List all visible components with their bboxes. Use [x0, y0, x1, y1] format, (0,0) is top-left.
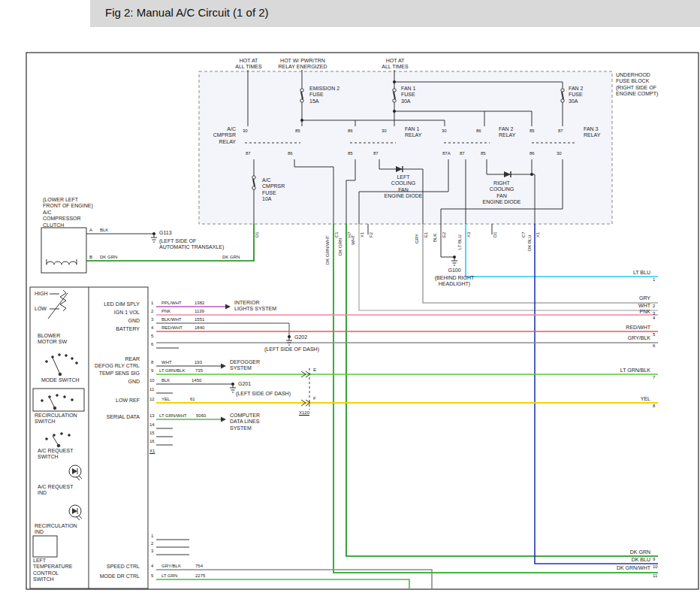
diagram-text: (LEFT SIDE OF AUTOMATIC TRANSAXLE)	[159, 238, 224, 251]
diagram-text: 15	[149, 431, 155, 436]
diagram-text: IGN 1 VOL	[114, 310, 140, 316]
diagram-text: BATTERY	[116, 326, 140, 332]
diagram-text: 9	[653, 557, 655, 562]
diagram-text: 86	[476, 129, 481, 134]
fuse-icon	[561, 99, 564, 102]
diagram-text: MODE SWITCH	[41, 377, 80, 383]
diagram-text: 3	[151, 317, 153, 322]
diagram-text: 9	[151, 368, 153, 374]
diagram-text: DK GRN/WHT	[325, 235, 330, 265]
diagram-text: X1	[360, 232, 365, 237]
diagram-text: DEFOG RLY CTRL	[95, 363, 140, 369]
diagram-text: E2	[442, 232, 447, 237]
diagram-text: EMISSION 2 FUSE 15A	[309, 86, 339, 104]
diagram-text: (BEHIND RIGHT HEADLIGHT)	[435, 275, 475, 288]
diagram-text: 1551	[195, 317, 204, 322]
compressor-clutch-box	[41, 228, 86, 273]
diagram-text: GRY	[639, 295, 650, 301]
diagram-text: 13	[149, 413, 155, 419]
diagram-text: BLK	[100, 228, 108, 233]
diagram-text: FAN 1 RELAY	[405, 126, 421, 139]
diagram-text: 12	[149, 397, 155, 402]
diagram-text: YEL	[161, 397, 170, 402]
diagram-text: HOT AT ALL TIMES	[235, 58, 261, 71]
junction-dot	[300, 119, 303, 122]
diagram-text: 1	[151, 534, 153, 539]
fuse-icon	[300, 99, 303, 102]
diagram-text: HOT AT ALL TIMES	[382, 58, 408, 71]
diagram-text: YEL	[641, 396, 650, 402]
diagram-text: 1	[653, 277, 655, 283]
diagram-text: 2	[151, 541, 153, 546]
diagram-text: 30	[243, 129, 248, 134]
diagram-text: 11	[653, 573, 657, 579]
wire	[156, 579, 409, 588]
led-indicator-icon	[77, 517, 80, 520]
led-indicator-icon	[79, 516, 82, 519]
diagram-text: GND	[128, 379, 140, 385]
diagram-text: DK BLU	[632, 557, 650, 563]
diagram-text: 3	[151, 549, 153, 554]
diagram-text: LT GRN/WHT	[159, 413, 187, 419]
diagram-text: G113	[159, 230, 172, 236]
diagram-text: E	[313, 368, 316, 373]
diagram-text: 735	[195, 368, 203, 374]
diagram-text: 5	[151, 573, 153, 579]
diagram-text: 2	[653, 304, 655, 309]
diagram-text: 2275	[195, 573, 205, 579]
diagram-text: RIGHT COOLING FAN ENGINE DIODE	[483, 180, 521, 206]
diagram-text: 6	[653, 343, 655, 349]
diagram-text: 11	[149, 387, 154, 392]
wiring-diagram: HOT AT ALL TIMESHOT W/ PWR/TRN RELAY ENE…	[0, 0, 700, 599]
diagram-text: 86	[288, 151, 293, 156]
diagram-text: PNK	[161, 309, 170, 314]
diagram-text: 193	[195, 360, 202, 365]
blower-switch-icon	[48, 290, 68, 319]
diagram-text: G201	[238, 381, 251, 387]
diagram-text: X1	[536, 232, 541, 237]
diagram-text: BLK/WHT	[161, 317, 182, 322]
diagram-text: GND	[128, 318, 140, 324]
led-indicator-icon	[72, 468, 77, 474]
diagram-text: SPEED CTRL	[107, 564, 140, 570]
diagram-text: 30	[442, 129, 447, 134]
diagram-text: 16	[149, 439, 155, 444]
diagram-text: FAN 2 RELAY	[499, 126, 515, 139]
diagram-text: 1139	[195, 309, 204, 314]
diagram-text: LED DIM SPLY	[104, 301, 140, 307]
diagram-text: G202	[294, 334, 307, 340]
fuse-icon	[300, 89, 303, 92]
recirc-switch-icon	[41, 395, 74, 410]
compressor-coil-icon	[47, 259, 77, 265]
diagram-text: (LOWER LEFT FRONT OF ENGINE) A/C COMPRES…	[43, 197, 93, 228]
diagram-text: GRY/BLK	[628, 335, 650, 341]
diagram-text: BLOWER MOTOR SW	[38, 333, 67, 346]
diagram-text: DK GRN	[338, 238, 343, 256]
diagram-text: 754	[195, 564, 203, 569]
diagram-text: (LEFT SIDE OF DASH)	[236, 391, 291, 397]
junction-dot	[530, 173, 533, 176]
diagram-text: DK GRN	[222, 255, 240, 260]
fuse-icon	[393, 89, 396, 92]
arrow-icon	[225, 304, 231, 310]
diagram-text: 85	[295, 129, 300, 134]
ac-request-switch-icon	[46, 433, 71, 447]
diagram-text: 4	[653, 316, 655, 321]
diagram-text: 87	[246, 151, 251, 156]
diagram-text: HOT W/ PWR/TRN RELAY ENERGIZED	[278, 58, 327, 71]
diagram-text: LEFT COOLING FAN ENGINE DIODE	[385, 174, 423, 200]
diagram-text: COMPUTER DATA LINES SYSTEM	[230, 413, 260, 431]
diagram-text: D1	[255, 231, 260, 237]
diagram-text: 6	[151, 342, 153, 347]
diagram-text: MODE DR CTRL	[100, 573, 140, 579]
led-indicator-icon	[77, 477, 80, 480]
diagram-text: 2	[151, 309, 153, 314]
diagram-text: LOW REF	[116, 398, 140, 404]
diagram-text: 87	[373, 151, 379, 156]
junction-dot	[393, 110, 396, 113]
diagram-text: 5060	[196, 413, 206, 419]
diagram-text: 85	[530, 129, 535, 134]
diagram-text: WHT	[351, 234, 356, 245]
arrow-icon	[221, 364, 226, 369]
diagram-text: F2	[369, 232, 374, 237]
